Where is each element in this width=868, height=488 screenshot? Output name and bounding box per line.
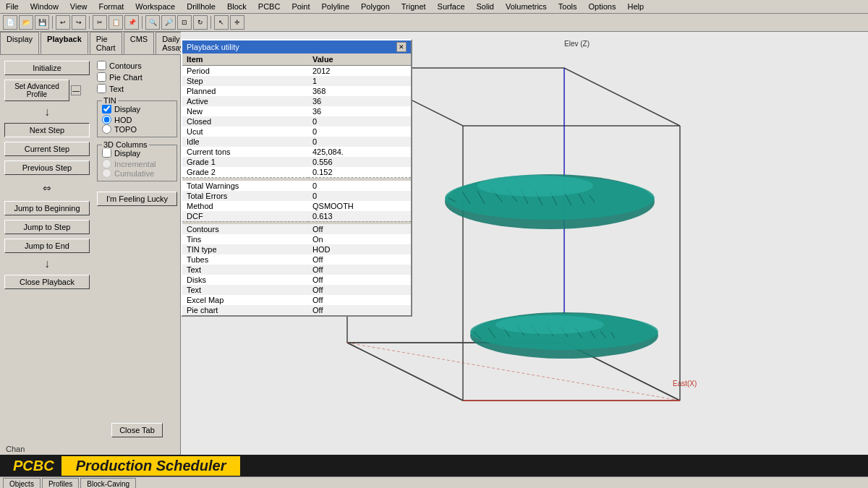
dialog-titlebar[interactable]: Playback utility ✕ xyxy=(182,40,411,53)
text-checkbox-label[interactable]: Text xyxy=(97,84,177,93)
menu-view[interactable]: View xyxy=(67,1,90,12)
bottom-tab-objects[interactable]: Objects xyxy=(3,478,41,488)
dialog-row-value: 425,084. xyxy=(308,147,411,157)
close-tab-button[interactable]: Close Tab xyxy=(111,423,163,437)
set-advanced-button[interactable]: Set AdvancedProfile xyxy=(4,80,69,101)
menu-trignet[interactable]: Trignet xyxy=(399,1,429,12)
svg-point-39 xyxy=(495,315,604,334)
toolbar-save[interactable]: 💾 xyxy=(35,15,49,30)
menu-polyline[interactable]: Polyline xyxy=(318,1,352,12)
tin-group: TIN Display HOD TOPO xyxy=(97,100,177,137)
previous-step-button[interactable]: Previous Step xyxy=(4,160,90,175)
menu-options[interactable]: Options xyxy=(586,1,619,12)
toolbar: 📄 📂 💾 ↩ ↪ ✂ 📋 📌 🔍 🔎 ⊡ ↻ ↖ ✛ xyxy=(0,14,868,32)
dialog-table: Item Value Period2012Step1Planned368Acti… xyxy=(182,53,411,315)
bottom-tab-blockcaving[interactable]: Block-Caving xyxy=(80,478,136,488)
dialog-row-item: Ucut xyxy=(182,127,308,137)
panel-right-options: Contours Pie Chart Text TIN xyxy=(94,55,180,443)
dialog-row-value: 0 xyxy=(308,181,411,191)
bottom-tab-profiles[interactable]: Profiles xyxy=(42,478,79,488)
columns-display-label[interactable]: Display xyxy=(102,148,172,158)
toolbar-move[interactable]: ✛ xyxy=(230,15,244,30)
jump-beginning-button[interactable]: Jump to Beginning xyxy=(4,201,90,215)
hod-radio-label[interactable]: HOD xyxy=(102,115,172,124)
toolbar-rotate[interactable]: ↻ xyxy=(193,15,208,30)
dialog-row-item: DCF xyxy=(182,211,308,222)
toolbar-copy[interactable]: 📋 xyxy=(109,15,123,30)
toolbar-select[interactable]: ↖ xyxy=(214,15,229,30)
contours-checkbox-label[interactable]: Contours xyxy=(97,61,177,70)
toolbar-new[interactable]: 📄 xyxy=(3,15,17,30)
east-label: East(X) xyxy=(673,380,697,388)
tab-cms[interactable]: CMS xyxy=(124,32,154,54)
menu-format[interactable]: Format xyxy=(96,1,127,12)
text-label: Text xyxy=(109,85,124,93)
menu-solid[interactable]: Solid xyxy=(474,1,497,12)
topo-radio-label[interactable]: TOPO xyxy=(102,124,172,134)
toolbar-fit[interactable]: ⊡ xyxy=(177,15,192,30)
initialize-button[interactable]: Initialize xyxy=(4,61,90,75)
topo-radio[interactable] xyxy=(102,124,111,134)
close-playback-button[interactable]: Close Playback xyxy=(4,275,90,289)
tab-display[interactable]: Display xyxy=(0,32,39,54)
piechart-label: Pie Chart xyxy=(109,73,142,82)
menu-drillhole[interactable]: Drillhole xyxy=(184,1,218,12)
dialog-row-item: Method xyxy=(182,201,308,211)
menu-surface[interactable]: Surface xyxy=(435,1,468,12)
jump-end-button[interactable]: Jump to End xyxy=(4,239,90,253)
dialog-row-value: 0.556 xyxy=(308,157,411,167)
toolbar-sep-2 xyxy=(89,16,90,29)
tab-playback[interactable]: Playback xyxy=(41,32,88,54)
dialog-row-item: Text xyxy=(182,265,308,275)
menu-pcbc[interactable]: PCBC xyxy=(255,1,284,12)
dialog-row-item: Disks xyxy=(182,275,308,285)
menu-point[interactable]: Point xyxy=(289,1,312,12)
dialog-row-item: Period xyxy=(182,66,308,77)
hod-radio[interactable] xyxy=(102,115,111,124)
feeling-lucky-button[interactable]: I'm Feeling Lucky xyxy=(97,192,177,206)
toolbar-paste[interactable]: 📌 xyxy=(124,15,139,30)
incremental-radio-label[interactable]: Incremental xyxy=(102,159,172,168)
menu-help[interactable]: Help xyxy=(624,1,647,12)
cumulative-radio[interactable] xyxy=(102,168,111,178)
toolbar-open[interactable]: 📂 xyxy=(19,15,33,30)
toolbar-zoom-out[interactable]: 🔎 xyxy=(161,15,176,30)
piechart-checkbox[interactable] xyxy=(97,72,106,82)
tab-piechart[interactable]: Pie Chart xyxy=(90,32,122,54)
toolbar-undo[interactable]: ↩ xyxy=(56,15,70,30)
incremental-radio[interactable] xyxy=(102,159,111,168)
svg-point-25 xyxy=(477,175,593,197)
menu-polygon[interactable]: Polygon xyxy=(358,1,393,12)
tin-display-label[interactable]: Display xyxy=(102,104,172,114)
text-checkbox[interactable] xyxy=(97,84,106,93)
menu-window[interactable]: Window xyxy=(27,1,61,12)
dialog-close-button[interactable]: ✕ xyxy=(396,42,407,52)
current-step-button[interactable]: Current Step xyxy=(4,142,90,156)
contours-checkbox[interactable] xyxy=(97,61,106,70)
menu-file[interactable]: File xyxy=(3,1,22,12)
tin-display-text: Display xyxy=(114,105,140,114)
menu-tools[interactable]: Tools xyxy=(556,1,580,12)
elev-label: Elev (Z) xyxy=(564,40,590,48)
toolbar-cut[interactable]: ✂ xyxy=(93,15,107,30)
next-step-button[interactable]: Next Step xyxy=(4,123,90,137)
menu-workspace[interactable]: Workspace xyxy=(132,1,178,12)
dialog-row-value: Off xyxy=(308,285,411,295)
menu-block[interactable]: Block xyxy=(224,1,250,12)
status-pcbc-label: PCBC xyxy=(6,456,61,476)
toolbar-zoom-in[interactable]: 🔍 xyxy=(145,15,160,30)
cumulative-radio-label[interactable]: Cumulative xyxy=(102,168,172,178)
columns-display-checkbox[interactable] xyxy=(102,148,111,158)
piechart-checkbox-label[interactable]: Pie Chart xyxy=(97,72,177,82)
toolbar-redo[interactable]: ↪ xyxy=(72,15,86,30)
playback-dialog: Playback utility ✕ Item Value Period2012… xyxy=(181,39,412,317)
dialog-row-item: Text xyxy=(182,285,308,295)
dialog-row-value: 2012 xyxy=(308,66,411,77)
dialog-row-value: 1 xyxy=(308,76,411,86)
tin-group-title: TIN xyxy=(102,96,118,105)
viewport[interactable]: Playback utility ✕ Item Value Period2012… xyxy=(181,32,868,455)
tin-display-checkbox[interactable] xyxy=(102,104,111,114)
menu-volumetrics[interactable]: Volumetrics xyxy=(503,1,550,12)
jump-step-button[interactable]: Jump to Step xyxy=(4,220,90,234)
minus-button[interactable]: — xyxy=(71,85,81,95)
